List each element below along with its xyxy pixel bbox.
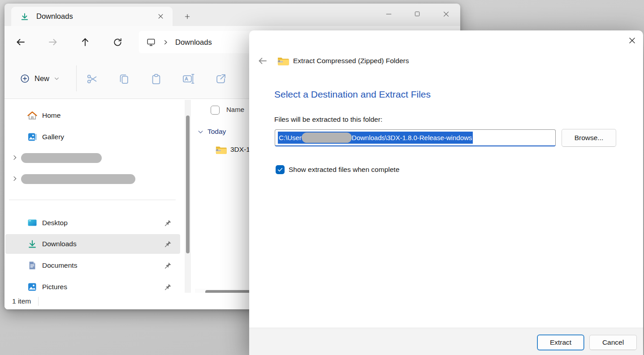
- file-row-zip[interactable]: 3DX-1: [215, 143, 250, 156]
- dialog-header: Extract Compressed (Zipped) Folders: [255, 54, 409, 68]
- close-window-button[interactable]: [432, 4, 460, 24]
- pin-icon: [164, 261, 172, 269]
- sidebar-item-label: Documents: [42, 261, 77, 269]
- sidebar-item-documents[interactable]: Documents: [5, 256, 180, 275]
- explorer-titlebar: Downloads: [4, 4, 460, 26]
- tab-title: Downloads: [36, 12, 73, 21]
- sidebar-item-label: Pictures: [42, 283, 67, 291]
- home-icon: [27, 110, 38, 121]
- maximize-button[interactable]: [403, 4, 432, 24]
- gallery-icon: [27, 132, 38, 142]
- extract-button[interactable]: Extract: [537, 335, 584, 350]
- dialog-back-button[interactable]: [255, 54, 271, 68]
- copy-button[interactable]: [114, 69, 134, 89]
- redacted-label: [21, 174, 135, 184]
- dialog-footer: Extract Cancel: [249, 328, 643, 355]
- sidebar-item-home[interactable]: Home: [5, 106, 180, 125]
- sidebar-item-label: Downloads: [42, 240, 77, 248]
- path-suffix: Downloads\3DX-1.8.0-Release-windows: [352, 134, 472, 141]
- redacted-label: [21, 153, 102, 163]
- download-icon: [20, 12, 29, 21]
- forward-button[interactable]: [45, 34, 61, 50]
- sidebar-item-desktop[interactable]: Desktop: [5, 213, 180, 233]
- chevron-right-icon[interactable]: [11, 175, 19, 183]
- refresh-button[interactable]: [109, 34, 125, 50]
- pictures-icon: [27, 282, 38, 292]
- up-button[interactable]: [77, 34, 93, 50]
- group-header-today[interactable]: Today: [197, 126, 226, 137]
- chevron-down-icon: [54, 76, 60, 81]
- select-all-checkbox[interactable]: [211, 106, 220, 115]
- new-button-label: New: [35, 74, 49, 83]
- chevron-right-icon: [162, 39, 169, 46]
- this-pc-icon: [146, 37, 156, 47]
- sidebar-item-downloads[interactable]: Downloads: [5, 234, 180, 254]
- sidebar-item-redacted-1[interactable]: [5, 148, 180, 168]
- sidebar-item-gallery[interactable]: Gallery: [5, 127, 180, 147]
- show-files-checkbox-row: Show extracted files when complete: [276, 165, 399, 174]
- sidebar-item-label: Desktop: [42, 219, 68, 227]
- checkbox-checked-icon: [277, 167, 283, 173]
- selected-path-text: C:\UserDownloads\3DX-1.8.0-Release-windo…: [278, 132, 473, 144]
- new-button[interactable]: New: [13, 68, 66, 88]
- sidebar-scrollbar[interactable]: [185, 100, 191, 296]
- plus-circle-icon: [20, 73, 30, 84]
- column-header-name[interactable]: Name: [226, 106, 244, 113]
- item-count: 1 item: [12, 297, 31, 305]
- download-icon: [27, 239, 38, 249]
- file-name-label: 3DX-1: [230, 145, 250, 154]
- status-divider: [38, 297, 39, 306]
- cut-button[interactable]: [82, 69, 102, 89]
- path-prefix: C:\User: [279, 134, 302, 141]
- destination-path-input[interactable]: C:\UserDownloads\3DX-1.8.0-Release-windo…: [275, 129, 556, 146]
- chevron-down-icon[interactable]: [197, 128, 204, 135]
- desktop-background: Downloads: [0, 0, 644, 355]
- toolbar-divider: [76, 65, 77, 91]
- destination-label: Files will be extracted to this folder:: [274, 115, 382, 124]
- rename-button[interactable]: [178, 69, 198, 89]
- dialog-heading: Select a Destination and Extract Files: [274, 89, 431, 100]
- sidebar-item-label: Gallery: [42, 133, 64, 141]
- sidebar-item-label: Home: [42, 111, 61, 120]
- minimize-button[interactable]: [374, 4, 403, 24]
- documents-icon: [27, 260, 38, 271]
- chevron-right-icon[interactable]: [11, 154, 19, 162]
- cancel-button[interactable]: Cancel: [589, 335, 637, 350]
- zip-folder-icon: [215, 145, 227, 155]
- group-label: Today: [207, 128, 226, 136]
- new-tab-button[interactable]: [180, 10, 194, 23]
- pin-icon: [164, 240, 172, 248]
- scrollbar-thumb[interactable]: [186, 115, 190, 253]
- redacted-username: [302, 133, 352, 143]
- tab-close-button[interactable]: [155, 11, 166, 22]
- share-button[interactable]: [211, 69, 230, 89]
- desktop-icon: [27, 218, 38, 228]
- window-controls: [374, 4, 460, 24]
- back-button[interactable]: [13, 34, 29, 50]
- sidebar-item-redacted-2[interactable]: [5, 169, 180, 189]
- browse-button[interactable]: Browse...: [562, 129, 616, 147]
- dialog-title: Extract Compressed (Zipped) Folders: [293, 57, 409, 65]
- show-files-label[interactable]: Show extracted files when complete: [289, 166, 399, 174]
- show-files-checkbox[interactable]: [276, 165, 285, 174]
- dialog-close-button[interactable]: [624, 33, 640, 48]
- paste-button[interactable]: [146, 69, 166, 89]
- extract-dialog: Extract Compressed (Zipped) Folders Sele…: [249, 30, 643, 355]
- zip-folder-icon: [277, 56, 289, 66]
- pin-icon: [164, 219, 172, 227]
- pin-icon: [164, 283, 172, 291]
- explorer-tab-downloads[interactable]: Downloads: [11, 7, 173, 26]
- breadcrumb-downloads[interactable]: Downloads: [175, 38, 212, 47]
- sidebar-divider: [9, 200, 176, 200]
